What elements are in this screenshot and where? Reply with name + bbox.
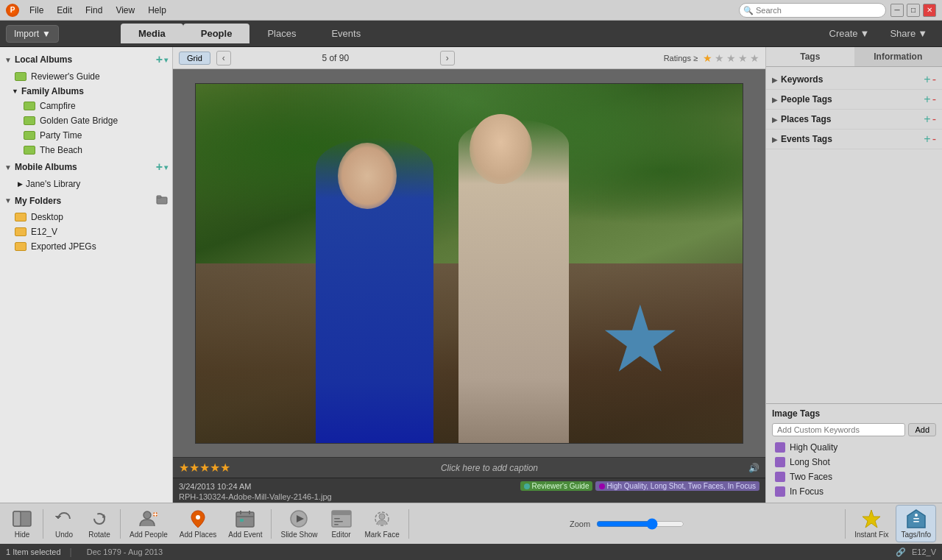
tag-item-high-quality[interactable]: High Quality — [772, 441, 936, 454]
events-tags-add-icon[interactable]: + — [924, 132, 930, 146]
photo-caption[interactable]: Click here to add caption — [230, 463, 748, 473]
family-albums-header[interactable]: ▼ Family Albums — [0, 84, 172, 99]
star-3[interactable]: ★ — [726, 52, 736, 64]
tab-events[interactable]: Events — [314, 24, 378, 43]
editor-tool-button[interactable]: Editor — [325, 506, 358, 542]
star-5[interactable]: ★ — [750, 52, 759, 64]
sidebar-item-reviewers-guide[interactable]: Reviewer's Guide — [0, 69, 172, 84]
prev-button[interactable]: ‹ — [216, 51, 231, 65]
menu-help[interactable]: Help — [142, 4, 172, 17]
local-albums-section: ▼ Local Albums + ▾ Reviewer's Guide ▼ Fa… — [0, 50, 172, 157]
sidebar-item-e12v[interactable]: E12_V — [0, 224, 172, 239]
tags-info-icon — [904, 508, 928, 529]
keywords-add-icon[interactable]: + — [924, 73, 930, 86]
mobile-albums-header[interactable]: ▼ Mobile Albums + ▾ — [0, 157, 172, 177]
svg-rect-10 — [236, 512, 254, 527]
add-keyword-button[interactable]: Add — [908, 423, 936, 436]
add-places-tool-button[interactable]: Add Places — [175, 506, 222, 542]
mark-face-tool-button[interactable]: Mark Face — [361, 506, 404, 542]
add-event-tool-button[interactable]: Add Event — [224, 506, 266, 542]
tag-item-in-focus[interactable]: In Focus — [772, 485, 936, 498]
tab-places[interactable]: Places — [249, 24, 314, 43]
photo-image[interactable] — [195, 83, 743, 444]
photo-tag-reviewers[interactable]: Reviewer's Guide — [520, 481, 592, 491]
custom-keyword-row: Add — [772, 423, 936, 436]
star-1[interactable]: ★ — [703, 52, 712, 64]
local-albums-header[interactable]: ▼ Local Albums + ▾ — [0, 50, 172, 69]
keywords-remove-icon[interactable]: - — [932, 73, 936, 86]
people-tags-add-icon[interactable]: + — [924, 93, 930, 106]
photo-bottom-bar: ★★★★★ Click here to add caption 🔊 — [173, 457, 765, 478]
right-panel-tabs: Tags Information — [766, 47, 942, 67]
photo-tag-quality[interactable]: High Quality, Long Shot, Two Faces, In F… — [595, 481, 759, 491]
local-albums-add[interactable]: + — [156, 53, 163, 66]
tag-item-two-faces[interactable]: Two Faces — [772, 470, 936, 483]
tab-media[interactable]: Media — [121, 24, 183, 43]
keywords-section-row[interactable]: ▶ Keywords + - — [766, 70, 942, 90]
grid-button[interactable]: Grid — [179, 52, 210, 65]
sidebar-item-golden-gate[interactable]: Golden Gate Bridge — [0, 113, 172, 128]
tab-people[interactable]: People — [183, 24, 250, 43]
rotate-tool-button[interactable]: Rotate — [83, 506, 116, 542]
places-tags-remove-icon[interactable]: - — [932, 113, 936, 126]
import-dropdown-icon: ▼ — [42, 29, 51, 39]
events-tags-section-row[interactable]: ▶ Events Tags + - — [766, 130, 942, 149]
menu-find[interactable]: Find — [79, 4, 108, 17]
custom-keyword-input[interactable] — [772, 423, 905, 436]
menu-file[interactable]: File — [24, 4, 49, 17]
zoom-slider[interactable] — [596, 518, 684, 530]
image-tags-section: Image Tags Add High Quality Long Shot Tw… — [766, 403, 942, 503]
sidebar-item-desktop[interactable]: Desktop — [0, 210, 172, 224]
image-tags-title: Image Tags — [772, 408, 936, 419]
star-4[interactable]: ★ — [738, 52, 748, 64]
mobile-albums-triangle: ▼ — [4, 163, 12, 171]
import-label: Import — [14, 29, 39, 39]
next-button[interactable]: › — [440, 51, 455, 65]
create-button[interactable]: Create ▼ — [821, 25, 879, 42]
tag-item-long-shot[interactable]: Long Shot — [772, 456, 936, 469]
tag-icon-long-shot — [775, 457, 785, 467]
divider-4 — [408, 509, 409, 539]
sidebar-item-campfire[interactable]: Campfire — [0, 99, 172, 113]
places-tags-add-icon[interactable]: + — [924, 113, 930, 126]
mobile-albums-add[interactable]: + — [156, 160, 163, 174]
places-tags-section-row[interactable]: ▶ Places Tags + - — [766, 110, 942, 130]
tab-information[interactable]: Information — [854, 47, 943, 66]
sidebar-item-janes-library[interactable]: ▶ Jane's Library — [0, 177, 172, 191]
search-wrapper: 🔍 — [739, 3, 886, 18]
photo-filename: RPH-130324-Adobe-Mill-Valley-2146-1.jpg — [179, 492, 759, 501]
instant-fix-icon — [860, 508, 883, 529]
instant-fix-tool-button[interactable]: Instant Fix — [850, 506, 893, 542]
events-tags-remove-icon[interactable]: - — [932, 132, 936, 146]
my-folders-icon[interactable] — [156, 194, 168, 207]
import-button[interactable]: Import ▼ — [6, 25, 59, 43]
my-folders-header[interactable]: ▼ My Folders — [0, 191, 172, 210]
tab-tags[interactable]: Tags — [766, 47, 854, 66]
share-button[interactable]: Share ▼ — [881, 25, 936, 42]
undo-tool-button[interactable]: Undo — [48, 506, 80, 542]
menu-view[interactable]: View — [110, 4, 141, 17]
sidebar-item-the-beach[interactable]: The Beach — [0, 143, 172, 157]
local-albums-dropdown[interactable]: ▾ — [164, 56, 168, 64]
mobile-albums-dropdown[interactable]: ▾ — [164, 163, 168, 171]
photo-person1-head — [338, 143, 397, 209]
slide-show-tool-button[interactable]: Slide Show — [276, 506, 322, 542]
photo-star-rating[interactable]: ★★★★★ — [179, 461, 230, 475]
maximize-button[interactable]: □ — [907, 4, 920, 17]
divider-5 — [845, 509, 846, 539]
divider-3 — [271, 509, 272, 539]
sidebar-item-exported-jpegs[interactable]: Exported JPEGs — [0, 239, 172, 254]
minimize-button[interactable]: ─ — [890, 4, 904, 17]
speaker-icon[interactable]: 🔊 — [748, 463, 759, 473]
tags-info-tool-button[interactable]: Tags/Info — [896, 505, 936, 542]
people-tags-section-row[interactable]: ▶ People Tags + - — [766, 90, 942, 110]
hide-tool-button[interactable]: Hide — [6, 506, 38, 542]
menu-edit[interactable]: Edit — [51, 4, 78, 17]
star-2[interactable]: ★ — [715, 52, 724, 64]
close-button[interactable]: ✕ — [923, 4, 936, 17]
places-tags-label: Places Tags — [781, 114, 924, 124]
people-tags-remove-icon[interactable]: - — [932, 93, 936, 106]
sidebar-item-party-time[interactable]: Party Time — [0, 128, 172, 143]
search-input[interactable] — [739, 3, 886, 18]
add-people-tool-button[interactable]: Add People — [125, 506, 172, 542]
